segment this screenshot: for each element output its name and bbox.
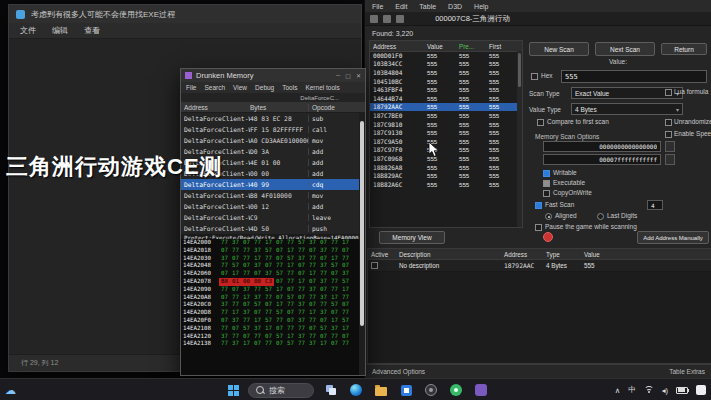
menu-table[interactable]: Table — [419, 3, 436, 10]
drunken-scrollbar[interactable] — [359, 113, 365, 375]
hex-row[interactable]: 14EA2060071777073757770717770737 — [181, 270, 359, 278]
scan-result-row[interactable]: 187C9810555555555 — [370, 120, 517, 129]
start-button[interactable] — [228, 385, 239, 396]
value-input[interactable] — [561, 70, 707, 83]
ime-indicator[interactable]: 中 — [628, 385, 636, 395]
hex-row[interactable]: 14EA2120377707770757173777077707 — [181, 333, 359, 341]
scan-result-row[interactable]: 104510BC555555555 — [370, 77, 517, 86]
menu-file[interactable]: File — [372, 3, 383, 10]
undo-scan-button[interactable]: Return — [661, 43, 707, 55]
results-scrollbar[interactable] — [517, 51, 522, 227]
hex-row[interactable]: 14EA20C0377707570717773707775707 — [181, 301, 359, 309]
store-button[interactable] — [398, 382, 414, 398]
scan-result-row[interactable]: 18B82A6C555555555 — [370, 180, 517, 189]
menu-tools[interactable]: Tools — [282, 84, 297, 91]
hex-row[interactable]: 14EA2090770737775717077737077717 — [181, 286, 359, 294]
menu-search[interactable]: Search — [204, 84, 225, 91]
speedhack-checkbox[interactable] — [665, 131, 672, 138]
menu-d3d[interactable]: D3D — [448, 3, 462, 10]
hex-row[interactable]: 14EA2018077777375707177707377707 — [181, 247, 359, 255]
app-button[interactable] — [473, 382, 489, 398]
disasm-row[interactable]: DeltaForceClient-Win4D 50push — [181, 223, 365, 234]
module-selector[interactable]: DeltaForceC... — [181, 93, 365, 102]
hex-row[interactable]: 14EA2000773707771707775737077717 — [181, 239, 359, 247]
hex-row[interactable]: 14EA2138773717077707577737170777 — [181, 340, 359, 348]
cheat-table-row[interactable]: No description18792AAC4 Bytes555 — [368, 260, 711, 272]
scan-stop-address-input[interactable] — [543, 154, 661, 165]
scan-result-row[interactable]: 14644B74555555555 — [370, 94, 517, 103]
aligned-radio[interactable] — [545, 213, 552, 220]
scan-result-row[interactable]: 188826A8555555555 — [370, 163, 517, 172]
battery-icon[interactable] — [676, 387, 688, 394]
menu-debug[interactable]: Debug — [255, 84, 274, 91]
menu-edit[interactable]: Edit — [395, 3, 407, 10]
pause-game-checkbox[interactable] — [535, 224, 542, 231]
menu-file[interactable]: File — [186, 84, 196, 91]
scrollbar-thumb[interactable] — [518, 53, 521, 87]
table-extras-button[interactable]: Table Extras — [669, 368, 705, 375]
scan-result-row[interactable]: 18792AAC555555555 — [370, 103, 517, 112]
scan-result-row[interactable]: 187C97F0555555555 — [370, 146, 517, 155]
fast-scan-checkbox[interactable] — [535, 202, 542, 209]
stop-address-preset-button[interactable] — [665, 154, 675, 165]
hex-row[interactable]: 14EA2108770757371707777707573717 — [181, 325, 359, 333]
active-checkbox[interactable] — [371, 262, 378, 269]
maximize-icon[interactable]: ▢ — [345, 72, 351, 79]
network-icon[interactable] — [644, 386, 654, 394]
menu-view[interactable]: 查看 — [84, 25, 100, 36]
last-digits-radio[interactable] — [597, 213, 604, 220]
writable-checkbox[interactable] — [543, 170, 550, 177]
obs-button[interactable] — [423, 382, 439, 398]
edge-button[interactable] — [348, 382, 364, 398]
disasm-row[interactable]: DeltaForceClient-WinB8 4F010000mov — [181, 190, 365, 201]
task-view-button[interactable] — [323, 382, 339, 398]
scan-result-row[interactable]: 187C9A50555555555 — [370, 137, 517, 146]
executable-checkbox[interactable] — [543, 180, 550, 187]
copyonwrite-checkbox[interactable] — [543, 190, 550, 197]
advanced-options-button[interactable]: Advanced Options — [372, 368, 425, 375]
scan-result-row[interactable]: 1463FBF4555555555 — [370, 85, 517, 94]
menu-kernel-tools[interactable]: Kernel tools — [305, 84, 339, 91]
disasm-row[interactable]: DeltaForceClient-WinC9leave — [181, 212, 365, 223]
lua-formula-checkbox[interactable] — [665, 89, 672, 96]
scrollbar-thumb[interactable] — [360, 121, 364, 326]
volume-icon[interactable]: ◂) — [662, 386, 668, 395]
new-scan-button[interactable]: New Scan — [529, 42, 589, 56]
cheat-engine-logo-icon[interactable] — [543, 232, 553, 242]
menu-file[interactable]: 文件 — [20, 25, 36, 36]
tray-overflow-caret-icon[interactable]: ∧ — [615, 386, 621, 395]
menu-edit[interactable]: 编辑 — [52, 25, 68, 36]
weather-icon[interactable]: ☁ — [5, 384, 16, 397]
scan-result-row[interactable]: 187C7BE0555555555 — [370, 111, 517, 120]
scan-result-row[interactable]: 18B829AC555555555 — [370, 171, 517, 180]
add-address-button[interactable]: Add Address Manually — [637, 231, 709, 244]
scan-result-row[interactable]: 103B4804555555555 — [370, 68, 517, 77]
unrandomizer-checkbox[interactable] — [665, 119, 672, 126]
hex-checkbox[interactable] — [531, 73, 538, 80]
scan-result-row[interactable]: 187C9130555555555 — [370, 128, 517, 137]
disasm-row[interactable]: DeltaForceClient-Win48 83 EC 28sub — [181, 113, 365, 124]
drunken-titlebar[interactable]: Drunken Memory ─ ▢ ✕ — [181, 69, 365, 82]
compare-first-checkbox[interactable] — [537, 119, 544, 126]
close-icon[interactable]: ✕ — [356, 72, 361, 79]
alignment-input[interactable] — [647, 200, 663, 210]
memory-view-button[interactable]: Memory View — [379, 231, 445, 244]
hex-row[interactable]: 14EA20A8077717377707570777371777 — [181, 294, 359, 302]
recorder-button[interactable] — [448, 382, 464, 398]
start-address-preset-button[interactable] — [665, 141, 675, 152]
menu-help[interactable]: Help — [474, 3, 488, 10]
scan-result-row[interactable]: 187C0968555555555 — [370, 154, 517, 163]
scan-start-address-input[interactable] — [543, 141, 661, 152]
scan-result-row[interactable]: 103B34CC555555555 — [370, 60, 517, 69]
hex-row[interactable]: 14EA20F0073777175777073777071757 — [181, 317, 359, 325]
disasm-row[interactable]: DeltaForceClient-Win00 12add — [181, 201, 365, 212]
minimize-icon[interactable]: ─ — [336, 72, 340, 79]
file-explorer-button[interactable] — [373, 382, 389, 398]
taskbar-search[interactable]: 搜索 — [248, 383, 314, 398]
next-scan-button[interactable]: Next Scan — [595, 42, 655, 56]
value-type-dropdown[interactable]: 4 Bytes ▾ — [571, 103, 683, 115]
disasm-row[interactable]: DeltaForceClient-WinA0 CD3AAE010000C010m… — [181, 135, 365, 146]
hex-row[interactable]: 14EA2048775707370777170777375707 — [181, 262, 359, 270]
scan-result-row[interactable]: 000D01F0555555555 — [370, 51, 517, 60]
notification-center-icon[interactable] — [696, 385, 706, 395]
